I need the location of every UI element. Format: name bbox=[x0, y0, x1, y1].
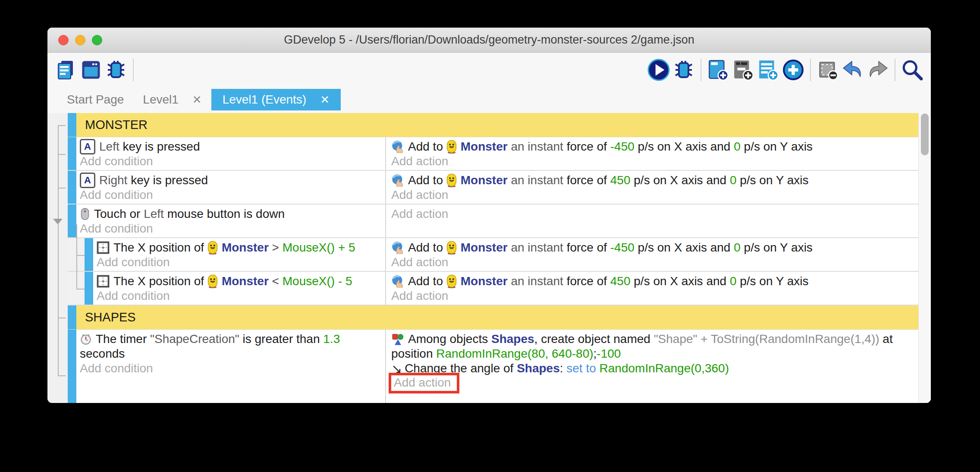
action-column: Add to Monster an instant force of 450 p… bbox=[385, 272, 919, 305]
event-row: The timer "ShapeCreation" is greater tha… bbox=[68, 330, 919, 403]
action-column: Add to Monster an instant force of -450 … bbox=[385, 137, 919, 170]
keyboard-icon: A bbox=[80, 173, 95, 188]
event-row: ALeft key is pressedAdd conditionAdd to … bbox=[68, 137, 919, 171]
project-manager-button[interactable] bbox=[53, 57, 79, 82]
event-drag-bar[interactable] bbox=[85, 238, 93, 271]
scrollbar-thumb[interactable] bbox=[921, 113, 929, 155]
condition-sentence[interactable]: ALeft key is pressed bbox=[80, 139, 385, 154]
event-drag-bar[interactable] bbox=[68, 205, 76, 237]
tab-close-icon[interactable]: ✕ bbox=[320, 93, 330, 107]
toolbar-left bbox=[47, 57, 138, 82]
action-column: Add action bbox=[385, 205, 919, 237]
tab-label: Start Page bbox=[67, 93, 124, 107]
event-row: Touch or Left mouse button is downAdd co… bbox=[68, 205, 919, 238]
group-header[interactable]: MONSTER bbox=[76, 113, 919, 137]
events-sheet: MONSTERALeft key is pressedAdd condition… bbox=[47, 113, 931, 403]
event-drag-bar[interactable] bbox=[68, 171, 76, 204]
tab-start-page[interactable]: Start Page bbox=[57, 89, 133, 110]
condition-sentence[interactable]: seconds bbox=[80, 346, 385, 361]
debug-button[interactable] bbox=[671, 57, 696, 82]
add-action-button[interactable]: Add action bbox=[391, 154, 919, 169]
condition-column: The timer "ShapeCreation" is greater tha… bbox=[76, 330, 385, 403]
action-column: Add to Monster an instant force of 450 p… bbox=[385, 171, 919, 204]
sub-event-row: The X position of Monster > MouseX() + 5… bbox=[68, 238, 919, 272]
group-row: SHAPES bbox=[68, 305, 919, 330]
add-circle-button[interactable] bbox=[781, 57, 806, 82]
monster-icon bbox=[207, 274, 218, 288]
condition-sentence[interactable]: Touch or Left mouse button is down bbox=[80, 207, 385, 221]
condition-sentence[interactable]: The X position of Monster < MouseX() - 5 bbox=[97, 274, 385, 289]
hand-icon bbox=[391, 241, 404, 254]
toolbar bbox=[47, 53, 931, 87]
toolbar-area: Start PageLevel1✕Level1 (Events)✕ bbox=[47, 53, 931, 113]
debugger-button[interactable] bbox=[104, 57, 129, 82]
condition-sentence[interactable]: ARight key is pressed bbox=[80, 173, 385, 188]
condition-column: Touch or Left mouse button is downAdd co… bbox=[76, 205, 385, 237]
condition-column: The X position of Monster > MouseX() + 5… bbox=[93, 238, 385, 271]
condition-sentence[interactable]: The X position of Monster > MouseX() + 5 bbox=[97, 240, 385, 255]
action-sentence[interactable]: position RandomInRange(80, 640-80);-100 bbox=[391, 346, 919, 361]
timer-icon bbox=[80, 333, 92, 345]
action-sentence[interactable]: Add to Monster an instant force of -450 … bbox=[391, 139, 919, 154]
title-bar: GDevelop 5 - /Users/florian/Downloads/ge… bbox=[47, 28, 931, 53]
hand-icon bbox=[391, 174, 404, 187]
shapes-icon bbox=[391, 333, 404, 346]
monster-icon bbox=[446, 241, 457, 255]
tab-level1-events-[interactable]: Level1 (Events)✕ bbox=[211, 89, 341, 110]
play-button[interactable] bbox=[646, 57, 671, 82]
add-condition-button[interactable]: Add condition bbox=[80, 154, 385, 169]
scene-window-button[interactable] bbox=[79, 57, 104, 82]
add-subevent-button[interactable] bbox=[731, 57, 756, 82]
add-comment-button[interactable] bbox=[756, 57, 781, 82]
action-sentence[interactable]: ↘Change the angle of Shapes: set to Rand… bbox=[391, 361, 919, 376]
remove-event-button[interactable] bbox=[815, 57, 840, 82]
group-header[interactable]: SHAPES bbox=[76, 305, 919, 329]
highlight-red-box: Add action bbox=[389, 373, 459, 393]
add-action-button[interactable]: Add action bbox=[391, 376, 919, 390]
tab-level1[interactable]: Level1✕ bbox=[133, 89, 211, 110]
sub-event-indent bbox=[68, 272, 85, 305]
toolbar-separator bbox=[810, 59, 811, 81]
add-condition-button[interactable]: Add condition bbox=[97, 255, 385, 270]
collapse-triangle-icon bbox=[53, 219, 63, 224]
add-condition-button[interactable]: Add condition bbox=[80, 221, 385, 236]
event-drag-bar[interactable] bbox=[68, 113, 76, 137]
add-condition-button[interactable]: Add condition bbox=[97, 289, 385, 303]
event-drag-bar[interactable] bbox=[85, 272, 93, 305]
redo-button[interactable] bbox=[865, 57, 890, 82]
tab-label: Level1 bbox=[143, 93, 179, 107]
search-button[interactable] bbox=[900, 57, 925, 82]
action-column: Among objects Shapes, create object name… bbox=[385, 330, 919, 403]
window-title: GDevelop 5 - /Users/florian/Downloads/ge… bbox=[47, 33, 931, 47]
keyboard-icon: A bbox=[80, 139, 95, 154]
sub-event-row: The X position of Monster < MouseX() - 5… bbox=[68, 272, 919, 305]
event-rows: MONSTERALeft key is pressedAdd condition… bbox=[68, 113, 919, 403]
event-drag-bar[interactable] bbox=[68, 330, 76, 403]
add-event-button[interactable] bbox=[706, 57, 731, 82]
action-sentence[interactable]: Add to Monster an instant force of 450 p… bbox=[391, 274, 919, 289]
add-condition-button[interactable]: Add condition bbox=[80, 188, 385, 202]
condition-column: ALeft key is pressedAdd condition bbox=[76, 137, 385, 170]
add-condition-button[interactable]: Add condition bbox=[80, 361, 385, 376]
condition-column: ARight key is pressedAdd condition bbox=[76, 171, 385, 204]
event-drag-bar[interactable] bbox=[68, 137, 76, 170]
add-action-button[interactable]: Add action bbox=[391, 188, 919, 202]
monster-icon bbox=[207, 241, 218, 255]
action-sentence[interactable]: Add to Monster an instant force of 450 p… bbox=[391, 173, 919, 188]
toolbar-separator bbox=[700, 59, 701, 81]
tab-close-icon[interactable]: ✕ bbox=[192, 93, 202, 107]
condition-sentence[interactable]: The timer "ShapeCreation" is greater tha… bbox=[80, 332, 385, 346]
add-action-button[interactable]: Add action bbox=[391, 207, 919, 221]
scrollbar-track[interactable] bbox=[918, 113, 931, 403]
tab-bar: Start PageLevel1✕Level1 (Events)✕ bbox=[47, 88, 341, 110]
add-action-button[interactable]: Add action bbox=[391, 255, 919, 270]
monster-icon bbox=[446, 173, 457, 187]
action-sentence[interactable]: Among objects Shapes, create object name… bbox=[391, 332, 919, 346]
action-sentence[interactable]: Add to Monster an instant force of -450 … bbox=[391, 240, 919, 255]
event-drag-bar[interactable] bbox=[68, 305, 76, 329]
add-action-button[interactable]: Add action bbox=[391, 289, 919, 303]
hand-icon bbox=[391, 275, 404, 288]
position-icon bbox=[97, 275, 110, 288]
undo-button[interactable] bbox=[840, 57, 865, 82]
tree-guides bbox=[47, 113, 68, 403]
